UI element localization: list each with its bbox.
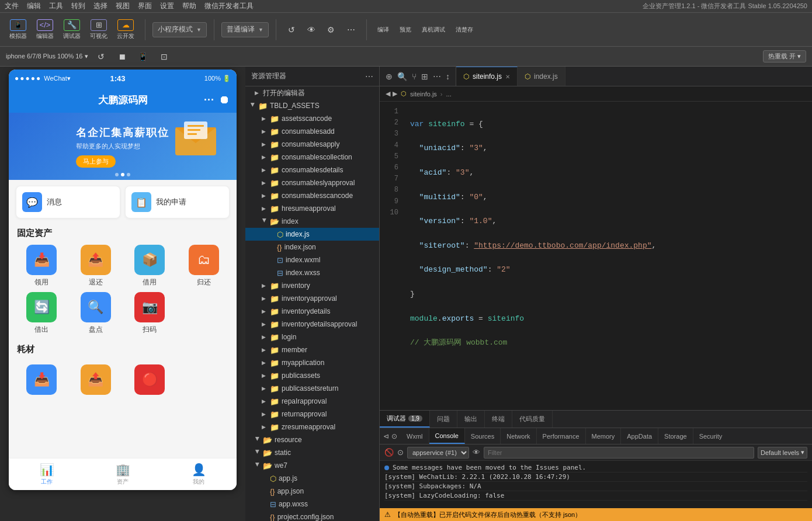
tree-consumablesscancode[interactable]: ▶ 📁 consumablesscancode xyxy=(245,189,379,202)
tree-index-wxss[interactable]: ⊟ index.wxss xyxy=(245,266,379,279)
sub-tab-security[interactable]: Security xyxy=(693,428,728,444)
tree-we7[interactable]: ▶ 📂 we7 xyxy=(245,459,379,472)
tree-inventory[interactable]: ▶ 📁 inventory xyxy=(245,279,379,292)
consumable-item-3[interactable]: 🔴 xyxy=(125,364,175,395)
tab-siteinfo-js[interactable]: ⬡ siteinfo.js ✕ xyxy=(456,67,518,86)
asset-item-scan[interactable]: 📷 扫码 xyxy=(125,292,175,335)
siteinfo-js-tab-close[interactable]: ✕ xyxy=(505,74,510,80)
tree-index-wxml[interactable]: ⊡ index.wxml xyxy=(245,253,379,266)
clean-button[interactable]: 清楚存 xyxy=(452,25,477,35)
quick-action-message[interactable]: 💬 消息 xyxy=(16,186,120,218)
tree-consumablesapply[interactable]: ▶ 📁 consumablesapply xyxy=(245,138,379,151)
tab-split-icon[interactable]: ⊞ xyxy=(420,71,429,82)
console-clear-icon[interactable]: 🚫 xyxy=(384,448,394,457)
menu-tools[interactable]: 工具 xyxy=(49,1,63,11)
compile-dropdown[interactable]: 普通编译 ▼ xyxy=(221,22,269,37)
stop-button[interactable]: ⏹ xyxy=(114,48,130,65)
console-eye-icon[interactable]: 👁 xyxy=(473,448,480,457)
appservice-select[interactable]: appservice (#1) xyxy=(407,447,469,459)
devtools-tab-debugger[interactable]: 调试器 1,9 xyxy=(380,411,430,428)
tree-zresumeapproval[interactable]: ▶ 📁 zresumeapproval xyxy=(245,421,379,433)
default-levels-select[interactable]: Default levels ▾ xyxy=(758,447,807,459)
root-folder-item[interactable]: ▶ 📁 TBLD_ASSETS xyxy=(245,99,379,112)
devtools-tab-output[interactable]: 输出 xyxy=(457,411,485,428)
more-icon-button[interactable]: ⋯ xyxy=(343,22,359,38)
compile-run-button[interactable]: 编译 xyxy=(374,25,393,35)
simulator-button[interactable]: 📱 模拟器 xyxy=(6,18,30,41)
tree-index-json[interactable]: {} index.json xyxy=(245,241,379,253)
tab-branch-icon[interactable]: ⑂ xyxy=(411,71,418,82)
menu-select[interactable]: 选择 xyxy=(93,1,107,11)
tab-search-icon[interactable]: 🔍 xyxy=(396,71,408,82)
tree-consumablescollection[interactable]: ▶ 📁 consumablescollection xyxy=(245,151,379,164)
preview-button[interactable]: 预览 xyxy=(396,25,415,35)
sub-tab-network[interactable]: Network xyxy=(501,428,536,444)
consumable-item-2[interactable]: 📤 xyxy=(71,364,121,395)
tree-myapplication[interactable]: ▶ 📁 myapplication xyxy=(245,356,379,369)
hot-reload-button[interactable]: 热重载 开 ▾ xyxy=(763,50,806,62)
refresh-button[interactable]: ↺ xyxy=(283,22,300,38)
cloud-button[interactable]: ☁ 云开发 xyxy=(113,18,138,41)
asset-item-borrow[interactable]: 📦 借用 xyxy=(125,245,175,287)
back-button[interactable]: ↺ xyxy=(93,48,109,65)
tree-publicassetsreturn[interactable]: ▶ 📁 publicassetsreturn xyxy=(245,382,379,395)
menu-settings[interactable]: 设置 xyxy=(160,1,174,11)
menu-goto[interactable]: 转到 xyxy=(71,1,85,11)
tree-inventorydetailsapproval[interactable]: ▶ 📁 inventorydetailsapproval xyxy=(245,318,379,331)
menu-view[interactable]: 视图 xyxy=(116,1,130,11)
menu-help[interactable]: 帮助 xyxy=(182,1,196,11)
console-filter-input[interactable] xyxy=(484,447,754,459)
tree-repaIrapproval[interactable]: ▶ 📁 repaIrapproval xyxy=(245,395,379,408)
tree-inventorydetails[interactable]: ▶ 📁 inventorydetails xyxy=(245,305,379,318)
nav-assets[interactable]: 🏢 资产 xyxy=(85,459,161,490)
tree-assetsscancode[interactable]: ▶ 📁 assetsscancode xyxy=(245,112,379,125)
nav-forward-btn[interactable]: ▶ xyxy=(393,90,397,98)
quick-action-apply[interactable]: 📋 我的申请 xyxy=(125,186,230,218)
expand-icon-btn[interactable]: ⊡ xyxy=(156,48,172,65)
banner-join-button[interactable]: 马上参与 xyxy=(76,155,116,168)
mode-dropdown[interactable]: 小程序模式 ▼ xyxy=(152,22,207,37)
header-record-btn[interactable]: ⏺ xyxy=(219,94,230,106)
asset-item-giveback[interactable]: 🗂 归还 xyxy=(179,245,229,287)
tree-returnapproval[interactable]: ▶ 📁 returnapproval xyxy=(245,408,379,421)
real-debug-button[interactable]: 真机调试 xyxy=(418,25,449,35)
tree-inventoryapproval[interactable]: ▶ 📁 inventoryapproval xyxy=(245,292,379,305)
open-editors-item[interactable]: ▶ 打开的编辑器 xyxy=(245,86,379,99)
preview-icon-button[interactable]: 👁 xyxy=(303,22,320,38)
tree-app-wxss[interactable]: ⊟ app.wxss xyxy=(245,498,379,510)
menu-edit[interactable]: 编辑 xyxy=(27,1,41,11)
new-file-icon[interactable]: ⋯ xyxy=(365,72,373,81)
tree-project-config[interactable]: {} project.config.json xyxy=(245,510,379,521)
tab-new-icon[interactable]: ⊕ xyxy=(384,71,394,82)
tree-app-js[interactable]: ⬡ app.js xyxy=(245,472,379,485)
visual-button[interactable]: ⊞ 可视化 xyxy=(86,18,111,41)
tree-consumablesadd[interactable]: ▶ 📁 consumablesadd xyxy=(245,125,379,138)
asset-item-receive[interactable]: 📥 领用 xyxy=(17,245,67,287)
nav-work[interactable]: 📊 工作 xyxy=(9,459,85,490)
menu-wechat-devtools[interactable]: 微信开发者工具 xyxy=(204,1,254,11)
tree-index-folder[interactable]: ▶ 📂 index xyxy=(245,215,379,228)
sub-tab-sources[interactable]: Sources xyxy=(465,428,501,444)
sub-tab-appdata[interactable]: AppData xyxy=(621,428,658,444)
tree-hresumeapproval[interactable]: ▶ 📁 hresumeapproval xyxy=(245,202,379,215)
sub-tab-performance[interactable]: Performance xyxy=(537,428,586,444)
menu-interface[interactable]: 界面 xyxy=(138,1,152,11)
asset-item-inventory[interactable]: 🔍 盘点 xyxy=(71,292,121,335)
tree-login[interactable]: ▶ 📁 login xyxy=(245,331,379,343)
tree-static[interactable]: ▶ 📂 static xyxy=(245,446,379,459)
header-dots-btn[interactable]: ··· xyxy=(204,94,214,106)
devtools-tab-issues[interactable]: 问题 xyxy=(430,411,457,428)
settings-icon-button[interactable]: ⚙ xyxy=(323,22,339,38)
editor-button[interactable]: </> 编辑器 xyxy=(33,18,57,41)
tree-consumablesdetails[interactable]: ▶ 📁 consumablesdetails xyxy=(245,164,379,176)
tab-nav-icon[interactable]: ↕ xyxy=(445,71,451,82)
asset-item-lend[interactable]: 🔄 借出 xyxy=(17,292,67,335)
sub-tab-storage[interactable]: Storage xyxy=(658,428,693,444)
tab-more-icon[interactable]: ⋯ xyxy=(432,71,442,82)
menu-file[interactable]: 文件 xyxy=(5,1,19,11)
sub-tab-console[interactable]: Console xyxy=(429,428,465,444)
tree-index-js[interactable]: ⬡ index.js xyxy=(245,228,379,241)
sub-tab-controls[interactable]: ⊲ ⊙ xyxy=(380,428,401,444)
asset-item-return[interactable]: 📤 退还 xyxy=(71,245,121,287)
nav-back-btn[interactable]: ◀ xyxy=(386,90,390,98)
